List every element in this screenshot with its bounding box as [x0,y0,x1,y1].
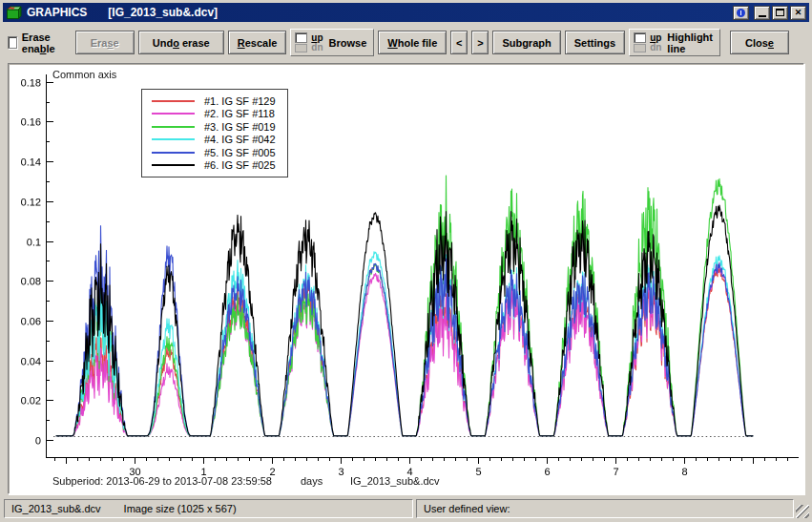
legend-item: #3. IG SF #019 [152,120,276,134]
legend: #1. IG SF #129#2. IG SF #118#3. IG SF #0… [141,89,288,177]
window-title-app: GRAPHICS [27,6,87,19]
browse-group: up dn Browse [290,29,374,56]
x-axis-unit-label: days [301,475,323,487]
subperiod-label: Subperiod: 2013-06-29 to 2013-07-08 23:5… [52,475,272,487]
legend-item: #5. IG SF #005 [152,146,276,159]
browse-dn-box[interactable] [295,44,307,52]
settings-button[interactable]: Settings [565,31,625,54]
rescale-button[interactable]: Rescale [228,31,287,54]
undo-erase-button[interactable]: Undo erase [138,31,224,54]
status-image-size: Image size (1025 x 567) [124,503,237,514]
status-bar: IG_2013_sub&.dcv Image size (1025 x 567)… [3,497,809,519]
legend-label: #3. IG SF #019 [204,121,276,133]
legend-label: #1. IG SF #129 [204,95,276,107]
whole-file-button[interactable]: Whole file [378,31,447,54]
legend-line-swatch [152,152,195,154]
legend-item: #6. IG SF #025 [152,159,276,173]
browse-up-box[interactable] [295,32,307,43]
browse-label: Browse [329,37,367,49]
chart-panel: Common axis #1. IG SF #129#2. IG SF #118… [8,63,804,494]
graphics-window: GRAPHICS [IG_2013_sub&.dcv] ✕ Erase enab… [0,0,812,522]
common-axis-label: Common axis [52,69,116,80]
erase-button[interactable]: Erase [75,31,135,54]
status-panel-file: IG_2013_sub&.dcv Image size (1025 x 567) [4,499,413,518]
legend-line-swatch [152,100,195,102]
status-view-label: User defined view: [424,503,510,514]
highlight-line-label: Highlight line [667,31,713,54]
legend-line-swatch [152,164,195,166]
app-icon [6,6,22,20]
highlight-up-label: up [650,33,661,43]
legend-item: #1. IG SF #129 [152,94,276,108]
status-panel-view: User defined view: [416,499,794,518]
legend-label: #6. IG SF #025 [204,159,276,171]
close-window-button[interactable]: ✕ [790,6,806,20]
legend-line-swatch [152,138,195,140]
info-icon [737,9,745,17]
highlight-dn-box[interactable] [634,44,646,52]
close-button[interactable]: Close [730,31,789,54]
chart-filename-label: IG_2013_sub&.dcv [350,475,440,487]
legend-item: #4. IG SF #042 [152,134,276,147]
legend-label: #2. IG SF #118 [204,108,275,119]
highlight-dn-label: dn [650,43,661,52]
next-button[interactable]: > [471,31,489,54]
highlight-up-box[interactable] [634,32,646,43]
legend-label: #4. IG SF #042 [204,134,276,145]
legend-line-swatch [152,126,195,128]
status-filename: IG_2013_sub&.dcv [11,503,101,514]
maximize-icon [776,9,784,16]
chart-canvas[interactable] [10,65,804,494]
minimize-icon [759,15,766,17]
legend-item: #2. IG SF #118 [152,108,276,121]
highlight-line-group: up dn Highlight line [629,29,720,56]
browse-up-label: up [311,33,323,43]
minimize-button[interactable] [754,6,770,20]
legend-line-swatch [152,113,195,115]
erase-enable-checkbox[interactable] [8,36,17,49]
toolbar: Erase enable Erase Undo erase Rescale up… [3,22,809,63]
window-title-document: [IG_2013_sub&.dcv] [108,6,218,19]
legend-label: #5. IG SF #005 [204,147,276,158]
info-button[interactable] [733,6,749,20]
maximize-button[interactable] [772,6,788,20]
erase-enable-label: Erase enable [22,31,68,54]
prev-button[interactable]: < [450,31,468,54]
title-bar[interactable]: GRAPHICS [IG_2013_sub&.dcv] ✕ [3,3,809,22]
browse-dn-label: dn [311,43,323,52]
resize-grip[interactable] [796,505,809,518]
subgraph-button[interactable]: Subgraph [492,31,560,54]
